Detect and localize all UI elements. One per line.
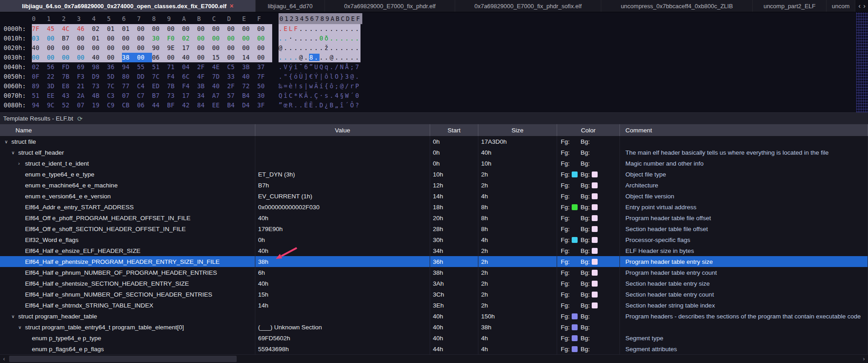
hex-byte[interactable]: 2F bbox=[197, 62, 212, 72]
hex-bytes[interactable]: 893DE821737C77C4ED7BF43B402F7250 bbox=[32, 81, 272, 91]
hex-byte[interactable]: 45 bbox=[47, 24, 62, 34]
table-row-13[interactable]: Elf64_Half e_shentsize_SECTION_HEADER_EN… bbox=[0, 278, 868, 289]
hex-byte[interactable]: 89 bbox=[32, 81, 47, 91]
hex-ascii[interactable]: .ELF............ bbox=[279, 24, 360, 34]
hex-byte[interactable]: 56 bbox=[47, 62, 62, 72]
hex-byte[interactable]: 7C bbox=[107, 81, 122, 91]
hex-byte[interactable]: 44 bbox=[152, 101, 167, 110]
hex-byte[interactable]: 00 bbox=[77, 53, 92, 62]
hex-byte[interactable]: F0 bbox=[167, 34, 182, 43]
hex-bytes[interactable]: 0F227BF3D95D80DD7CF46C4F7D33407F bbox=[32, 72, 272, 81]
hex-byte[interactable]: 02 bbox=[32, 62, 47, 72]
hex-byte[interactable]: 40 bbox=[92, 53, 107, 62]
hex-byte[interactable]: 07 bbox=[122, 91, 137, 101]
hex-byte[interactable]: EE bbox=[47, 91, 62, 101]
hex-byte[interactable]: 73 bbox=[167, 91, 182, 101]
hex-byte[interactable]: 00 bbox=[62, 53, 77, 62]
hex-byte[interactable]: 00 bbox=[122, 43, 137, 53]
hex-bytes[interactable]: 0256FD69983694555171042F4EC53B37 bbox=[32, 62, 272, 72]
hex-ascii[interactable]: .Výi˜6”UQq./NÅ;7 bbox=[279, 62, 360, 72]
hex-byte[interactable]: 02 bbox=[182, 34, 197, 43]
scrollbar-thumb[interactable] bbox=[9, 356, 237, 362]
table-row-6[interactable]: Elf64_Addr e_entry_START_ADDRESS0x000000… bbox=[0, 202, 868, 212]
hex-byte[interactable]: 04 bbox=[182, 62, 197, 72]
hex-byte[interactable]: 00 bbox=[197, 34, 212, 43]
table-row-1[interactable]: ∨struct elf_header0h40hFg:Bg:The main el… bbox=[0, 147, 868, 158]
hex-byte[interactable]: F4 bbox=[182, 81, 197, 91]
tab-5[interactable]: uncompress_0x7bbcaceff4_0xb800c_ZLIB bbox=[601, 0, 753, 12]
hex-byte[interactable]: 14 bbox=[242, 53, 257, 62]
hex-byte[interactable]: 17 bbox=[182, 91, 197, 101]
hex-byte[interactable]: 5D bbox=[107, 72, 122, 81]
hex-byte[interactable]: 3F bbox=[257, 101, 272, 110]
hex-byte[interactable]: 80 bbox=[122, 72, 137, 81]
table-row-11[interactable]: Elf64_Half e_phentsize_PROGRAM_HEADER_EN… bbox=[0, 256, 868, 267]
hex-byte[interactable]: 30 bbox=[152, 34, 167, 43]
hex-byte[interactable]: 00 bbox=[137, 34, 152, 43]
table-row-14[interactable]: Elf64_Half e_shnum_NUMBER_OF_SECTION_HEA… bbox=[0, 289, 868, 300]
hex-byte[interactable]: 7B bbox=[167, 81, 182, 91]
hex-byte[interactable]: 06 bbox=[137, 101, 152, 110]
tab-6[interactable]: uncomp_part2_ELF bbox=[753, 0, 827, 12]
hex-byte[interactable]: 00 bbox=[197, 53, 212, 62]
table-row-17[interactable]: ∨struct program_table_entry64_t program_… bbox=[0, 322, 868, 333]
refresh-icon[interactable]: ⟳ bbox=[77, 115, 83, 122]
table-row-5[interactable]: enum e_version64_e e_versionEV_CURRENT (… bbox=[0, 191, 868, 202]
hex-byte[interactable]: 15 bbox=[212, 53, 227, 62]
hex-byte[interactable]: 9E bbox=[167, 43, 182, 53]
hex-byte[interactable]: 00 bbox=[47, 43, 62, 53]
table-row-0[interactable]: ∨struct file0h17A3D0hFg:Bg: bbox=[0, 136, 868, 147]
hex-byte[interactable]: 00 bbox=[107, 53, 122, 62]
hex-byte[interactable]: 40 bbox=[242, 72, 257, 81]
hex-byte[interactable]: 69 bbox=[77, 62, 92, 72]
hex-byte[interactable]: 00 bbox=[182, 24, 197, 34]
hex-bytes[interactable]: 0300B7000100000030F0020000000000 bbox=[32, 34, 272, 43]
hex-byte[interactable]: 00 bbox=[212, 43, 227, 53]
hex-ascii[interactable]: ....@.8...@..... bbox=[279, 53, 360, 62]
tab-2[interactable]: libjiagu_64_dd70 bbox=[256, 0, 325, 12]
hex-ascii[interactable]: @........ž...... bbox=[279, 43, 360, 53]
hex-byte[interactable]: 57 bbox=[227, 91, 242, 101]
hex-byte[interactable]: 42 bbox=[182, 101, 197, 110]
hex-byte[interactable]: 84 bbox=[197, 101, 212, 110]
hex-byte[interactable]: 4B bbox=[92, 91, 107, 101]
hex-byte[interactable]: C5 bbox=[227, 62, 242, 72]
hex-byte[interactable]: 01 bbox=[122, 24, 137, 34]
hex-byte[interactable]: 4F bbox=[197, 72, 212, 81]
hex-byte[interactable]: 73 bbox=[92, 81, 107, 91]
hex-byte[interactable]: 00 bbox=[92, 43, 107, 53]
hex-byte[interactable]: D9 bbox=[92, 72, 107, 81]
hex-byte[interactable]: 00 bbox=[212, 24, 227, 34]
column-header-name[interactable]: Name bbox=[0, 124, 255, 136]
hex-byte[interactable]: F3 bbox=[77, 72, 92, 81]
hex-bytes[interactable]: 00000000400038000600400015001400 bbox=[32, 53, 272, 62]
scroll-left-button[interactable]: ‹ bbox=[0, 355, 8, 363]
hex-byte[interactable]: 17 bbox=[182, 43, 197, 53]
hex-byte[interactable]: 37 bbox=[257, 62, 272, 72]
column-header-value[interactable]: Value bbox=[255, 124, 430, 136]
hex-scrollbar-minimap[interactable] bbox=[856, 12, 868, 112]
hex-byte[interactable]: BF bbox=[167, 101, 182, 110]
hex-byte[interactable]: 7C bbox=[152, 72, 167, 81]
hex-byte[interactable]: 0F bbox=[32, 72, 47, 81]
hex-byte[interactable]: B7 bbox=[62, 34, 77, 43]
tab-4[interactable]: 0x7a69829000_E7000_fix_phdr_sofix.elf bbox=[455, 0, 601, 12]
hex-ascii[interactable]: ”œR..ÉË.D¿B„î´Ô? bbox=[279, 101, 360, 110]
hex-byte[interactable]: 7F bbox=[257, 72, 272, 81]
hex-byte[interactable]: 00 bbox=[257, 24, 272, 34]
hex-byte[interactable]: 2A bbox=[77, 91, 92, 101]
hex-ascii[interactable]: ..·.....0ð...... bbox=[279, 34, 360, 43]
hex-byte[interactable]: 00 bbox=[242, 43, 257, 53]
hex-bytes[interactable]: 51EE432A4BC307C7B7731734A757B430 bbox=[32, 91, 272, 101]
hex-byte[interactable]: 90 bbox=[152, 43, 167, 53]
hex-byte[interactable]: 7D bbox=[212, 72, 227, 81]
hex-byte[interactable]: 00 bbox=[242, 34, 257, 43]
collapse-arrow-icon[interactable]: ∨ bbox=[11, 150, 18, 155]
hex-byte[interactable]: 00 bbox=[32, 53, 47, 62]
hex-byte[interactable]: 3D bbox=[47, 81, 62, 91]
table-row-2[interactable]: ›struct e_ident_t e_ident0h10hFg:Bg:Magi… bbox=[0, 158, 868, 169]
hex-byte[interactable]: 71 bbox=[167, 62, 182, 72]
hex-byte[interactable]: 00 bbox=[197, 43, 212, 53]
hex-byte[interactable]: 00 bbox=[257, 34, 272, 43]
tab-3[interactable]: 0x7a69829000_E7000_fix_phdr.elf bbox=[325, 0, 455, 12]
